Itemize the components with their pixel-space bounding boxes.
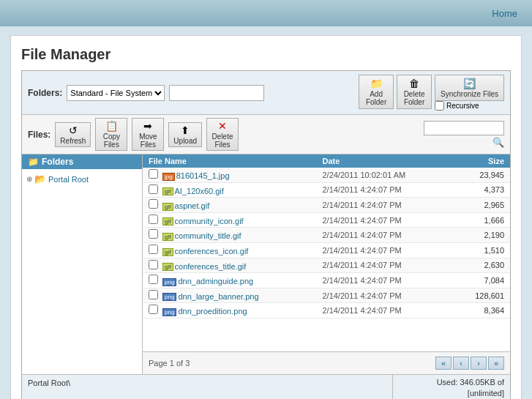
prev-page-button[interactable]: ‹: [453, 357, 469, 370]
search-wrap: 🔍: [424, 121, 504, 148]
file-name[interactable]: AI_120x60.gif: [175, 187, 224, 195]
file-checkbox[interactable]: [149, 199, 158, 209]
file-name[interactable]: conferences_icon.gif: [175, 247, 249, 256]
refresh-button[interactable]: ↺ Refresh: [55, 122, 91, 147]
sync-label: Synchronize Files: [441, 90, 498, 98]
delete-folder-icon: 🗑: [409, 78, 419, 89]
file-date-cell: 2/14/2011 4:24:07 PM: [316, 182, 452, 198]
file-checkbox[interactable]: [149, 169, 158, 179]
col-header-size[interactable]: Size: [452, 154, 510, 168]
col-header-date[interactable]: Date: [316, 154, 452, 168]
sync-recursive-row: Recursive: [435, 101, 479, 111]
folder-name: Portal Root: [48, 175, 89, 184]
file-date-cell: 2/14/2011 4:24:07 PM: [316, 273, 452, 288]
table-row[interactable]: gifcommunity_title.gif 2/14/2011 4:24:07…: [143, 228, 510, 243]
file-date-cell: 2/14/2011 4:24:07 PM: [316, 242, 452, 258]
file-size-cell: 8,364: [452, 303, 510, 318]
folders-header-icon: 📁: [28, 157, 39, 167]
synchronize-button[interactable]: 🔄 Synchronize Files: [435, 75, 504, 101]
file-name[interactable]: dnn_proedition.png: [178, 307, 247, 316]
file-size-cell: 1,666: [452, 212, 510, 228]
file-checkbox[interactable]: [149, 275, 158, 284]
file-name-cell: jpg8160145_1.jpg: [143, 168, 316, 182]
status-bar: Portal Root\ Used: 346.05KB of [unlimite…: [22, 374, 510, 399]
file-checkbox[interactable]: [149, 290, 158, 299]
move-files-button[interactable]: ➡ MoveFiles: [132, 118, 164, 151]
table-row[interactable]: gifcommunity_icon.gif 2/14/2011 4:24:07 …: [143, 212, 510, 228]
file-name-cell: gifAI_120x60.gif: [143, 182, 316, 198]
folders-header: 📁 Folders: [22, 154, 142, 169]
file-name[interactable]: dnn_large_banner.png: [178, 292, 258, 301]
folder-select-wrap: Standard - File System: [67, 85, 165, 101]
page-info: Page 1 of 3: [149, 359, 190, 368]
table-row[interactable]: gifconferences_title.gif 2/14/2011 4:24:…: [143, 258, 510, 273]
file-name[interactable]: dnn_adminguide.png: [178, 277, 253, 286]
page-title: File Manager: [21, 46, 511, 63]
file-checkbox[interactable]: [149, 260, 158, 269]
file-name[interactable]: conferences_title.gif: [175, 262, 247, 271]
search-input[interactable]: [424, 121, 504, 135]
file-checkbox[interactable]: [149, 215, 158, 224]
file-name-cell: gifaspnet.gif: [143, 198, 316, 213]
first-page-button[interactable]: «: [435, 357, 452, 370]
upload-button[interactable]: ⬆ Upload: [168, 122, 202, 147]
page-content: File Manager Folders: Standard - File Sy…: [10, 35, 522, 399]
file-size-cell: 2,965: [452, 198, 510, 213]
move-icon: ➡: [143, 120, 152, 132]
toolbar-folders: Folders: Standard - File System 📁 AddFol…: [22, 71, 510, 115]
last-page-button[interactable]: »: [488, 357, 504, 370]
folder-item-portal-root[interactable]: ⊕ 📂 Portal Root: [25, 172, 139, 186]
pagination-row: Page 1 of 3 « ‹ › »: [143, 351, 510, 374]
file-name[interactable]: community_icon.gif: [175, 217, 244, 225]
copy-label: CopyFiles: [103, 133, 120, 149]
table-row[interactable]: gifaspnet.gif 2/14/2011 4:24:07 PM 2,965: [143, 198, 510, 213]
delete-folder-button[interactable]: 🗑 DeleteFolder: [397, 75, 432, 109]
file-date-cell: 2/14/2011 4:24:07 PM: [316, 228, 452, 243]
file-size-cell: 4,373: [452, 182, 510, 198]
folders-panel: 📁 Folders ⊕ 📂 Portal Root: [22, 154, 143, 374]
file-name-cell: pngdnn_large_banner.png: [143, 288, 316, 303]
table-row[interactable]: jpg8160145_1.jpg 2/24/2011 10:02:01 AM 2…: [143, 168, 510, 182]
home-link[interactable]: Home: [492, 8, 517, 19]
upload-label: Upload: [173, 137, 197, 145]
copy-files-button[interactable]: 📋 CopyFiles: [95, 118, 127, 151]
file-name[interactable]: aspnet.gif: [175, 201, 210, 210]
file-checkbox[interactable]: [149, 305, 158, 314]
table-row[interactable]: pngdnn_proedition.png 2/14/2011 4:24:07 …: [143, 303, 510, 318]
file-checkbox[interactable]: [149, 245, 158, 254]
folder-tree: ⊕ 📂 Portal Root: [22, 169, 142, 374]
file-size-cell: 2,630: [452, 258, 510, 273]
file-name-cell: gifcommunity_title.gif: [143, 228, 316, 243]
expand-icon: ⊕: [26, 175, 32, 183]
file-name-cell: pngdnn_adminguide.png: [143, 273, 316, 288]
file-date-cell: 2/14/2011 4:24:07 PM: [316, 198, 452, 213]
files-panel: File Name Date Size jpg8160145_1.jpg 2/2…: [143, 154, 510, 374]
folder-select[interactable]: Standard - File System: [67, 85, 165, 101]
add-folder-button[interactable]: 📁 AddFolder: [359, 75, 394, 109]
table-row[interactable]: gifAI_120x60.gif 2/14/2011 4:24:07 PM 4,…: [143, 182, 510, 198]
delete-files-button[interactable]: ✕ DeleteFiles: [206, 118, 239, 151]
table-row[interactable]: pngdnn_adminguide.png 2/14/2011 4:24:07 …: [143, 273, 510, 288]
status-path: Portal Root\: [22, 375, 393, 399]
pagination-buttons: « ‹ › »: [435, 357, 504, 370]
file-checkbox[interactable]: [149, 229, 158, 239]
table-row[interactable]: pngdnn_large_banner.png 2/14/2011 4:24:0…: [143, 288, 510, 303]
folder-path-input[interactable]: [169, 85, 264, 101]
add-folder-icon: 📁: [370, 78, 383, 89]
col-header-filename[interactable]: File Name: [143, 154, 316, 168]
file-date-cell: 2/14/2011 4:24:07 PM: [316, 303, 452, 318]
table-row[interactable]: gifconferences_icon.gif 2/14/2011 4:24:0…: [143, 242, 510, 258]
file-date-cell: 2/14/2011 4:24:07 PM: [316, 258, 452, 273]
file-name[interactable]: 8160145_1.jpg: [176, 171, 230, 180]
search-icon[interactable]: 🔍: [492, 137, 504, 148]
next-page-button[interactable]: ›: [471, 357, 487, 370]
file-date-cell: 2/14/2011 4:24:07 PM: [316, 212, 452, 228]
file-name-cell: pngdnn_proedition.png: [143, 303, 316, 318]
used-space-label: Used: 346.05KB of: [437, 378, 504, 387]
file-name[interactable]: community_title.gif: [175, 231, 241, 240]
toolbar-right-buttons: 📁 AddFolder 🗑 DeleteFolder 🔄 Synchronize…: [359, 75, 504, 111]
file-checkbox[interactable]: [149, 184, 158, 194]
file-size-cell: 128,601: [452, 288, 510, 303]
recursive-checkbox[interactable]: [435, 101, 444, 111]
files-table-header: File Name Date Size: [143, 154, 510, 168]
